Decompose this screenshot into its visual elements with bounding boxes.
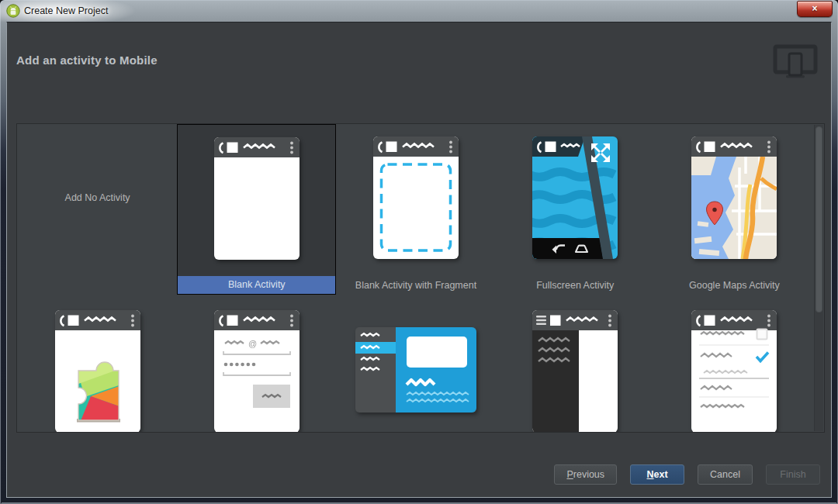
button-label: Cancel xyxy=(710,469,740,480)
scrollbar-thumb[interactable] xyxy=(815,126,822,312)
gallery-cell-blank-activity[interactable]: Blank Activity xyxy=(177,124,336,295)
hamburger-menu-icon xyxy=(536,316,546,325)
mobile-form-factor-icon xyxy=(773,44,818,80)
close-button[interactable]: × xyxy=(797,1,833,17)
settings-list-thumbnail xyxy=(691,310,777,432)
android-studio-icon xyxy=(6,4,20,18)
login-form-thumbnail: @ xyxy=(214,310,300,432)
page-title: Add an activity to Mobile xyxy=(16,54,158,67)
gallery-grid: Add No Activity Blank Activity xyxy=(18,124,814,432)
gallery-cell-master-detail-flow[interactable] xyxy=(336,295,495,432)
gallery-cell-play-services[interactable] xyxy=(18,295,177,432)
button-label: Previous xyxy=(566,469,604,480)
create-new-project-window: Create New Project × Add an activity to … xyxy=(0,0,838,504)
navigation-drawer-thumbnail xyxy=(532,310,618,432)
button-label: Finish xyxy=(780,469,805,480)
cell-label: Google Maps Activity xyxy=(655,277,814,295)
cell-label: Fullscreen Activity xyxy=(496,277,655,295)
fullscreen-activity-thumbnail xyxy=(532,136,618,259)
cancel-button[interactable]: Cancel xyxy=(698,464,753,485)
cell-label: Blank Activity with Fragment xyxy=(336,277,495,295)
activity-template-gallery: Add No Activity Blank Activity xyxy=(16,123,825,433)
gallery-cell-add-no-activity[interactable]: Add No Activity xyxy=(18,124,177,295)
close-icon: × xyxy=(812,3,817,14)
button-label: Next xyxy=(647,469,668,480)
master-detail-flow-thumbnail xyxy=(355,327,476,413)
gallery-scrollbar[interactable] xyxy=(814,125,823,431)
google-play-services-puzzle-thumbnail xyxy=(55,310,140,432)
google-maps-activity-thumbnail xyxy=(691,136,777,259)
window-titlebar[interactable]: Create New Project × xyxy=(0,0,838,22)
cell-label: Add No Activity xyxy=(18,192,177,203)
next-button[interactable]: Next xyxy=(630,464,684,485)
gallery-cell-google-maps-activity[interactable]: Google Maps Activity xyxy=(655,124,814,295)
blank-activity-with-fragment-thumbnail xyxy=(373,136,459,259)
svg-text:@: @ xyxy=(248,339,257,348)
gallery-cell-blank-activity-with-fragment[interactable]: Blank Activity with Fragment xyxy=(336,124,495,295)
wizard-footer: Previous Next Cancel Finish xyxy=(554,464,820,485)
gallery-cell-login-activity[interactable]: @ xyxy=(177,295,336,432)
cell-label: Blank Activity xyxy=(178,276,335,294)
window-title: Create New Project xyxy=(24,5,108,16)
previous-button[interactable]: Previous xyxy=(554,464,617,485)
gallery-cell-fullscreen-activity[interactable]: Fullscreen Activity xyxy=(496,124,655,295)
gallery-cell-settings-activity[interactable] xyxy=(655,295,814,432)
blank-activity-thumbnail xyxy=(214,137,300,260)
dialog-content: Add an activity to Mobile Add No Activit… xyxy=(6,22,832,498)
finish-button: Finish xyxy=(766,464,820,485)
gallery-cell-navigation-drawer[interactable] xyxy=(496,295,655,432)
